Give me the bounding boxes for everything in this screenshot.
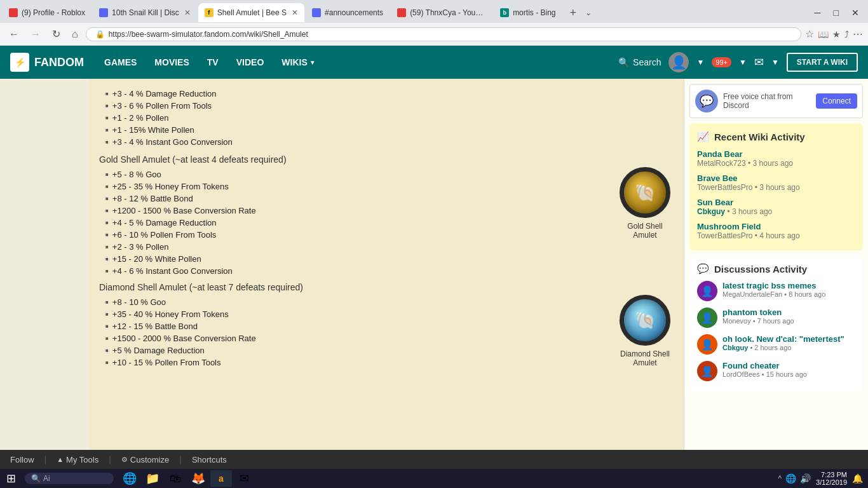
taskbar-app-firefox[interactable]: 🦊: [187, 470, 209, 487]
taskbar-notification-icon[interactable]: 🔔: [852, 473, 863, 484]
taskbar-network-icon[interactable]: 🌐: [785, 473, 796, 484]
bottom-separator-2: |: [109, 454, 111, 464]
tab-close-discord[interactable]: ✕: [184, 8, 191, 17]
wiki-activity-meta-4: TowerBattlesPro • 4 hours ago: [697, 231, 855, 240]
wiki-activity-link-1[interactable]: Panda Bear: [697, 149, 743, 159]
disc-time-2: 7 hours ago: [757, 317, 794, 325]
diamond-amulet-label: Diamond Shell Amulet: [616, 349, 674, 367]
nav-games[interactable]: GAMES: [97, 53, 144, 71]
nav-wikis[interactable]: WIKIS ▼: [274, 53, 323, 71]
follow-button[interactable]: Follow: [10, 455, 34, 464]
disc-meta-2: Monevoy • 7 hours ago: [722, 317, 794, 325]
user-avatar[interactable]: 👤: [668, 52, 689, 72]
disc-title-2[interactable]: phantom token: [722, 308, 794, 317]
taskbar-clock[interactable]: 7:23 PM 3/12/2019: [816, 471, 847, 486]
minimize-button[interactable]: ─: [808, 8, 827, 18]
back-button[interactable]: ←: [5, 27, 23, 41]
search-button[interactable]: 🔍 Search: [618, 57, 661, 67]
diamond-bullets-list: ■+8 - 10 % Goo ■+35 - 40 % Honey From To…: [99, 296, 606, 369]
disc-title-3[interactable]: oh look. New d'cal: "metertest": [722, 334, 844, 344]
taskbar-app-amazon[interactable]: a: [210, 470, 232, 487]
tab-close-shell[interactable]: ✕: [292, 8, 298, 17]
nav-wikis-label: WIKIS: [281, 57, 307, 67]
shortcuts-button[interactable]: Shortcuts: [192, 455, 227, 464]
taskbar-search-label: Ai: [43, 474, 50, 483]
wiki-activity-label: Recent Wiki Activity: [714, 132, 805, 142]
connect-button[interactable]: Connect: [816, 93, 857, 109]
start-wiki-button[interactable]: START A WIKI: [787, 53, 858, 72]
reader-mode-icon[interactable]: 📖: [818, 29, 829, 39]
dbullet-icon-6: ■: [105, 360, 109, 365]
reload-button[interactable]: ↻: [48, 27, 64, 41]
disc-time-1: 8 hours ago: [789, 290, 825, 298]
my-tools-button[interactable]: ▲ My Tools: [57, 455, 98, 464]
nav-video[interactable]: VIDEO: [229, 53, 272, 71]
wiki-user-2: TowerBattlesPro: [697, 183, 752, 192]
customize-button[interactable]: ⚙ Customize: [121, 455, 169, 464]
gold-amulet-circle: 🐚: [620, 167, 670, 218]
logo-text: FANDOM: [34, 56, 84, 69]
home-button[interactable]: ⌂: [68, 27, 82, 41]
lock-icon: 🔒: [95, 30, 105, 39]
disc-title-4[interactable]: Found cheater: [722, 361, 807, 370]
tab-announcements[interactable]: #announcements: [306, 3, 390, 22]
wiki-user-3: Cbkguy: [697, 207, 725, 216]
bullet-item-1: ■ +3 - 4 % Damage Reduction: [105, 88, 674, 100]
taskbar-app-ie[interactable]: 🌐: [119, 470, 140, 487]
favorites-icon[interactable]: ★: [832, 29, 841, 39]
taskbar-chevron-icon[interactable]: ^: [778, 474, 782, 483]
gbullet-icon-1: ■: [105, 172, 109, 177]
tab-favicon-bing: b: [500, 8, 509, 17]
new-tab-button[interactable]: +: [566, 6, 580, 20]
taskbar-app-store[interactable]: 🛍: [165, 470, 186, 487]
fandom-nav: GAMES MOVIES TV VIDEO WIKIS ▼: [97, 53, 323, 71]
my-tools-label: My Tools: [66, 455, 98, 464]
disc-item-1: 👤 latest tragic bss memes MegaUndertaleF…: [697, 281, 855, 301]
wiki-activity-link-3[interactable]: Sun Bear: [697, 198, 733, 207]
nav-movies[interactable]: MOVIES: [147, 53, 196, 71]
diamond-bullet-5: ■+5 % Damage Reduction: [105, 344, 606, 356]
tab-shell-amulet[interactable]: f Shell Amulet | Bee S ✕: [198, 3, 304, 22]
diamond-info: Diamond Shell Amulet (~at least 7 defeat…: [99, 282, 606, 369]
tab-label-roblox: (9) Profile - Roblox: [22, 8, 85, 17]
bookmark-icon[interactable]: ☆: [805, 28, 814, 40]
tab-bing[interactable]: b mortis - Bing: [494, 3, 562, 22]
bullet-text-1: +3 - 4 % Damage Reduction: [112, 89, 217, 98]
wiki-activity-link-4[interactable]: Mushroom Field: [697, 222, 761, 231]
gold-bullets-list: ■+5 - 8 % Goo ■+25 - 35 % Honey From Tok…: [99, 168, 606, 277]
more-icon[interactable]: ⋯: [853, 28, 863, 40]
forward-button[interactable]: →: [27, 27, 44, 41]
my-tools-icon: ▲: [57, 456, 64, 463]
tab-roblox[interactable]: (9) Profile - Roblox: [3, 3, 92, 22]
notification-badge[interactable]: 99+: [712, 57, 731, 67]
share-icon[interactable]: ⤴: [844, 29, 849, 39]
bullet-text-2: +3 - 6 % Pollen From Tools: [112, 101, 212, 111]
disc-avatar-2: 👤: [697, 308, 717, 328]
taskbar-volume-icon[interactable]: 🔊: [800, 473, 811, 484]
notification-dropdown[interactable]: ▼: [739, 58, 747, 67]
tab-youtube[interactable]: (59) ThnxCya - YouTube: [391, 3, 492, 22]
mail-button[interactable]: ✉: [754, 55, 764, 69]
mail-dropdown[interactable]: ▼: [771, 58, 779, 67]
diamond-amulet-image: 🐚 Diamond Shell Amulet: [616, 282, 674, 367]
discord-logo-icon: 💬: [695, 90, 718, 112]
bullet-text-3: +1 - 2 % Pollen: [112, 113, 169, 123]
avatar-dropdown[interactable]: ▼: [696, 58, 704, 67]
tab-discord[interactable]: 10th Snail Kill | Disc ✕: [93, 3, 197, 22]
activity-icon: 📈: [697, 131, 709, 142]
fandom-logo[interactable]: ⚡ FANDOM: [10, 53, 84, 72]
url-bar[interactable]: 🔒 https://bee-swarm-simulator.fandom.com…: [86, 27, 801, 41]
start-button[interactable]: ⊞: [0, 471, 22, 485]
nav-tv[interactable]: TV: [200, 53, 226, 71]
bullet-icon-5: ■: [105, 139, 109, 145]
wiki-activity-link-2[interactable]: Brave Bee: [697, 173, 738, 183]
close-button[interactable]: ✕: [845, 8, 865, 18]
disc-meta-1: MegaUndertaleFan • 8 hours ago: [722, 290, 825, 298]
restore-button[interactable]: □: [827, 8, 845, 18]
disc-title-1[interactable]: latest tragic bss memes: [722, 281, 825, 290]
tab-list-button[interactable]: ⌄: [581, 8, 595, 17]
taskbar-app-folder[interactable]: 📁: [142, 470, 163, 487]
tab-label-announcements: #announcements: [325, 8, 383, 17]
taskbar-search[interactable]: 🔍 Ai: [25, 473, 114, 484]
taskbar-app-mail[interactable]: ✉: [233, 470, 255, 487]
